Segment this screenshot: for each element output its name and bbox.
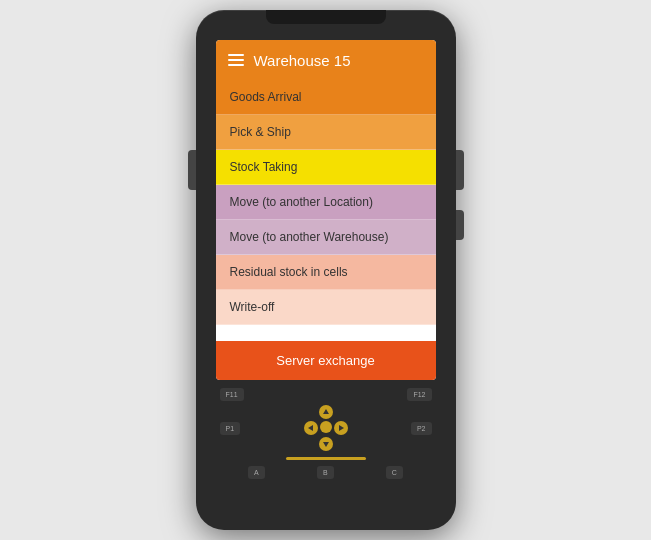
nav-cluster xyxy=(304,405,348,451)
nav-down-button[interactable] xyxy=(319,437,333,451)
fn-key-row: F11 F12 xyxy=(216,388,436,401)
keypad: F11 F12 P1 xyxy=(216,388,436,479)
f11-key[interactable]: F11 xyxy=(220,388,244,401)
p1-key[interactable]: P1 xyxy=(220,422,241,435)
nav-center-button[interactable] xyxy=(320,421,332,433)
app-title: Warehouse 15 xyxy=(254,52,351,69)
menu-item-pick-ship[interactable]: Pick & Ship xyxy=(216,115,436,150)
hamburger-menu-icon[interactable] xyxy=(228,54,244,66)
device-screen: Warehouse 15 Goods Arrival Pick & Ship S… xyxy=(216,40,436,380)
nav-right-button[interactable] xyxy=(334,421,348,435)
p2-key[interactable]: P2 xyxy=(411,422,432,435)
svg-marker-3 xyxy=(323,442,329,447)
nav-up-button[interactable] xyxy=(319,405,333,419)
handheld-device: Warehouse 15 Goods Arrival Pick & Ship S… xyxy=(196,10,456,530)
svg-marker-2 xyxy=(339,425,344,431)
device-top-bumper xyxy=(266,10,386,24)
menu-item-write-off[interactable]: Write-off xyxy=(216,290,436,325)
menu-item-move-location[interactable]: Move (to another Location) xyxy=(216,185,436,220)
svg-marker-1 xyxy=(308,425,313,431)
f12-key[interactable]: F12 xyxy=(407,388,431,401)
side-button-right2[interactable] xyxy=(456,210,464,240)
app-header: Warehouse 15 xyxy=(216,40,436,80)
scan-indicator-bar xyxy=(286,457,366,460)
menu-item-move-warehouse[interactable]: Move (to another Warehouse) xyxy=(216,220,436,255)
abc-key-row: A B C xyxy=(216,466,436,479)
menu-item-goods-arrival[interactable]: Goods Arrival xyxy=(216,80,436,115)
side-button-right[interactable] xyxy=(456,150,464,190)
menu-list: Goods Arrival Pick & Ship Stock Taking M… xyxy=(216,80,436,341)
menu-item-stock-taking[interactable]: Stock Taking xyxy=(216,150,436,185)
b-key[interactable]: B xyxy=(317,466,334,479)
menu-item-residual-stock[interactable]: Residual stock in cells xyxy=(216,255,436,290)
c-key[interactable]: C xyxy=(386,466,403,479)
svg-marker-0 xyxy=(323,409,329,414)
side-button-left[interactable] xyxy=(188,150,196,190)
server-exchange-button[interactable]: Server exchange xyxy=(216,341,436,380)
nav-key-row: P1 xyxy=(216,405,436,451)
a-key[interactable]: A xyxy=(248,466,265,479)
nav-left-button[interactable] xyxy=(304,421,318,435)
